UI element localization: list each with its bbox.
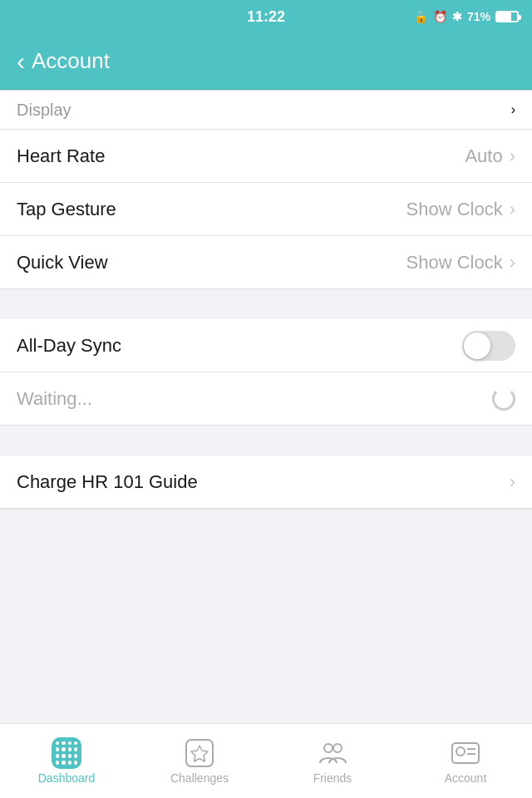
battery-icon [495, 11, 519, 22]
partial-chevron-icon: › [511, 102, 515, 117]
quick-view-value-container: Show Clock › [406, 252, 515, 273]
alarm-icon: ⏰ [433, 10, 447, 23]
loading-spinner [492, 387, 515, 411]
account-icon [451, 738, 480, 768]
all-day-sync-toggle[interactable] [462, 331, 515, 361]
tap-gesture-row[interactable]: Tap Gesture Show Clock › [0, 183, 532, 236]
heart-rate-row[interactable]: Heart Rate Auto › [0, 130, 532, 183]
tab-account[interactable]: Account [399, 724, 532, 798]
tap-gesture-value-container: Show Clock › [406, 199, 515, 220]
guide-label: Charge HR 101 Guide [17, 471, 198, 493]
tab-friends-label: Friends [313, 771, 352, 785]
tab-dashboard-label: Dashboard [38, 771, 96, 785]
toggle-knob [464, 332, 490, 359]
waiting-row: Waiting... [0, 372, 532, 426]
status-bar: 11:22 🔒 ⏰ ✱ 71% [0, 0, 532, 33]
waiting-label: Waiting... [17, 388, 92, 410]
svg-rect-0 [186, 740, 213, 766]
tab-challenges[interactable]: Challenges [133, 724, 266, 798]
bluetooth-icon: ✱ [452, 10, 462, 23]
tap-gesture-label: Tap Gesture [17, 199, 116, 220]
bottom-divider [0, 509, 532, 510]
heart-rate-value-container: Auto › [465, 145, 515, 167]
section-gap-1 [0, 289, 532, 319]
tap-gesture-value: Show Clock [406, 199, 503, 220]
quick-view-value: Show Clock [406, 252, 503, 273]
tab-challenges-label: Challenges [170, 771, 229, 785]
back-button[interactable]: ‹ Account [17, 47, 110, 76]
header-title: Account [32, 48, 110, 74]
tab-dashboard[interactable]: Dashboard [0, 724, 133, 798]
all-day-sync-label: All-Day Sync [17, 335, 121, 357]
svg-point-3 [333, 744, 342, 752]
quick-view-label: Quick View [17, 252, 108, 273]
back-chevron-icon: ‹ [17, 47, 25, 76]
dashboard-icon [52, 738, 81, 768]
battery-text: 71% [467, 10, 490, 23]
svg-marker-1 [191, 746, 208, 761]
tap-gesture-chevron-icon: › [510, 199, 515, 220]
partial-display-row: Display › [0, 90, 532, 130]
quick-view-row[interactable]: Quick View Show Clock › [0, 236, 532, 289]
guide-row[interactable]: Charge HR 101 Guide › [0, 456, 532, 509]
tab-account-label: Account [445, 771, 487, 785]
quick-view-chevron-icon: › [510, 252, 515, 273]
section-gap-2 [0, 426, 532, 456]
lock-icon: 🔒 [414, 10, 428, 23]
tab-bar: Dashboard Challenges Friends [0, 723, 532, 798]
heart-rate-label: Heart Rate [17, 145, 105, 167]
status-time: 11:22 [247, 8, 285, 26]
heart-rate-value: Auto [465, 145, 502, 167]
all-day-sync-row[interactable]: All-Day Sync [0, 319, 532, 372]
svg-point-5 [456, 747, 465, 756]
tab-friends[interactable]: Friends [266, 724, 399, 798]
friends-icon [318, 738, 347, 768]
header: ‹ Account [0, 33, 532, 90]
svg-point-2 [324, 744, 332, 752]
status-icons: 🔒 ⏰ ✱ 71% [414, 10, 519, 23]
guide-chevron-icon: › [510, 471, 515, 493]
partial-label: Display [17, 101, 71, 120]
heart-rate-chevron-icon: › [510, 145, 515, 167]
challenges-icon [185, 738, 214, 768]
settings-section: Heart Rate Auto › Tap Gesture Show Clock… [0, 130, 532, 289]
